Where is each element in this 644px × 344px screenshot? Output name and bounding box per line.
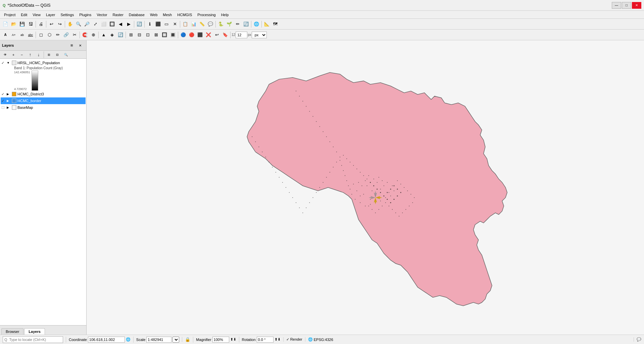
adv-btn6[interactable]: 🔳 — [169, 31, 177, 39]
adv-btn2[interactable]: ⊟ — [135, 31, 143, 39]
layers-close-button[interactable]: ✕ — [76, 41, 84, 49]
close-button[interactable]: ✕ — [632, 2, 641, 9]
python-button[interactable]: 🐍 — [217, 20, 225, 28]
fontsize-input[interactable] — [236, 32, 247, 38]
refresh-button[interactable]: 🔄 — [135, 20, 143, 28]
scale-select[interactable] — [172, 337, 179, 343]
menu-item-view[interactable]: View — [30, 12, 43, 17]
node-btn1[interactable]: ▲ — [100, 31, 108, 39]
identify-button[interactable]: ℹ — [146, 20, 154, 28]
digitize-btn2[interactable]: ⬡ — [45, 31, 53, 39]
menu-item-database[interactable]: Database — [126, 12, 147, 17]
zoom-select-button[interactable]: 🔲 — [108, 20, 116, 28]
tab-layers[interactable]: Layers — [24, 328, 45, 335]
new-project-button[interactable]: 📄 — [1, 20, 9, 28]
select-button[interactable]: ⬛ — [154, 20, 162, 28]
menu-item-web[interactable]: Web — [147, 12, 160, 17]
adv-btn5[interactable]: 🔲 — [160, 31, 168, 39]
digitize-btn5[interactable]: ✂ — [70, 31, 79, 39]
menu-item-edit[interactable]: Edit — [18, 12, 30, 17]
layer-check-border[interactable]: ✓ — [1, 99, 6, 103]
save-project-button[interactable]: 💾 — [18, 20, 26, 28]
label-btn3[interactable]: ab — [18, 31, 26, 39]
layer-remove-btn[interactable]: − — [18, 51, 26, 59]
zoom-out-button[interactable]: 🔎 — [83, 20, 91, 28]
snap-btn1[interactable]: 🧲 — [81, 31, 89, 39]
layers-dock-button[interactable]: ⊞ — [68, 41, 76, 49]
rotation-stepper[interactable]: ⬆⬇ — [275, 337, 281, 342]
minimize-button[interactable]: — — [612, 2, 621, 9]
layer-expand-border[interactable]: ▶ — [7, 99, 11, 102]
layer-up-btn[interactable]: ↑ — [26, 51, 34, 59]
layer-filter-btn[interactable]: 🔍 — [62, 51, 70, 59]
label-btn1[interactable]: A — [1, 31, 9, 39]
layer-visible-btn[interactable]: 👁 — [1, 51, 9, 59]
adv-btn7[interactable]: 🔵 — [179, 31, 187, 39]
select-rect-button[interactable]: ▭ — [162, 20, 170, 28]
menu-item-help[interactable]: Help — [218, 12, 232, 17]
adv-btn8[interactable]: 🔴 — [188, 31, 196, 39]
zoom-in-button[interactable]: 🔍 — [75, 20, 83, 28]
layer-item-border[interactable]: ✓ ▶ HCMC_border — [1, 97, 86, 104]
adv-btn10[interactable]: ❌ — [204, 31, 212, 39]
menu-item-hcmgis[interactable]: HCMGIS — [175, 12, 195, 17]
node-btn2[interactable]: ◈ — [108, 31, 116, 39]
magnifier-stepper[interactable]: ⬆⬇ — [230, 337, 236, 342]
maximize-button[interactable]: □ — [622, 2, 631, 9]
composer-button[interactable]: 📐 — [263, 20, 271, 28]
menu-item-mesh[interactable]: Mesh — [160, 12, 175, 17]
menu-item-raster[interactable]: Raster — [110, 12, 126, 17]
locate-input[interactable] — [3, 336, 63, 343]
unit-select[interactable]: px pt mm — [252, 32, 267, 38]
layer-add-btn[interactable]: + — [9, 51, 17, 59]
deselect-button[interactable]: ✕ — [171, 20, 179, 28]
layer-expand-hrsl[interactable]: ▼ — [7, 61, 11, 64]
label-btn4[interactable]: abc — [27, 31, 35, 39]
redo-button[interactable]: ↪ — [56, 20, 64, 28]
measure-button[interactable]: 📏 — [198, 20, 206, 28]
layer-down-btn[interactable]: ↓ — [35, 51, 43, 59]
pan-tool[interactable]: ✋ — [66, 20, 74, 28]
label-btn2[interactable]: A+ — [10, 31, 18, 39]
menu-item-vector[interactable]: Vector — [94, 12, 110, 17]
layer-check-district3[interactable]: ✓ — [1, 92, 6, 96]
menu-item-plugins[interactable]: Plugins — [77, 12, 94, 17]
zoom-full-button[interactable]: ⤢ — [91, 20, 99, 28]
digitize-btn4[interactable]: 🔗 — [62, 31, 70, 39]
stats-button[interactable]: 📊 — [190, 20, 198, 28]
menu-item-layer[interactable]: Layer — [43, 12, 58, 17]
plugin1-button[interactable]: 🌱 — [225, 20, 233, 28]
digitize-btn1[interactable]: ◻ — [37, 31, 45, 39]
globe-button[interactable]: 🌐 — [252, 20, 260, 28]
epsg-display[interactable]: 🌐 EPSG:4326 — [305, 337, 333, 342]
adv-btn1[interactable]: ⊞ — [127, 31, 135, 39]
tab-browser[interactable]: Browser — [1, 328, 23, 335]
layer-collapse-all-btn[interactable]: ⊟ — [53, 51, 61, 59]
magnifier-input[interactable] — [212, 337, 229, 343]
annotation-button[interactable]: 💬 — [206, 20, 214, 28]
zoom-last-button[interactable]: ◀ — [116, 20, 125, 28]
open-project-button[interactable]: 📂 — [10, 20, 18, 28]
layer-item-basemap[interactable]: ☐ ▶ BaseMap — [1, 104, 86, 111]
node-btn3[interactable]: 🔄 — [116, 31, 125, 39]
menu-item-processing[interactable]: Processing — [195, 12, 218, 17]
adv-btn3[interactable]: ⊡ — [144, 31, 152, 39]
layer-expand-basemap[interactable]: ▶ — [7, 106, 11, 109]
menu-item-project[interactable]: Project — [1, 12, 18, 17]
layer-expand-all-btn[interactable]: ⊞ — [45, 51, 53, 59]
atlas-button[interactable]: 🗺 — [271, 20, 279, 28]
layer-expand-district3[interactable]: ▶ — [7, 92, 11, 96]
plugin3-button[interactable]: 🔄 — [242, 20, 250, 28]
layer-item-hrsl[interactable]: ✓ ▼ HRSL_HCMC_Population — [1, 59, 86, 66]
menu-item-settings[interactable]: Settings — [58, 12, 77, 17]
adv-btn9[interactable]: ⬛ — [196, 31, 204, 39]
adv-btn12[interactable]: 🔖 — [221, 31, 229, 39]
scale-input[interactable] — [146, 337, 171, 343]
coord-input[interactable] — [88, 337, 125, 343]
open-table-button[interactable]: 📋 — [181, 20, 189, 28]
adv-btn11[interactable]: ↩ — [213, 31, 221, 39]
print-button[interactable]: 🖨 — [37, 20, 45, 28]
snap-btn2[interactable]: ⊕ — [89, 31, 97, 39]
layer-item-district3[interactable]: ✓ ▶ HCMC_District3 — [1, 91, 86, 97]
map-canvas[interactable] — [87, 40, 644, 335]
